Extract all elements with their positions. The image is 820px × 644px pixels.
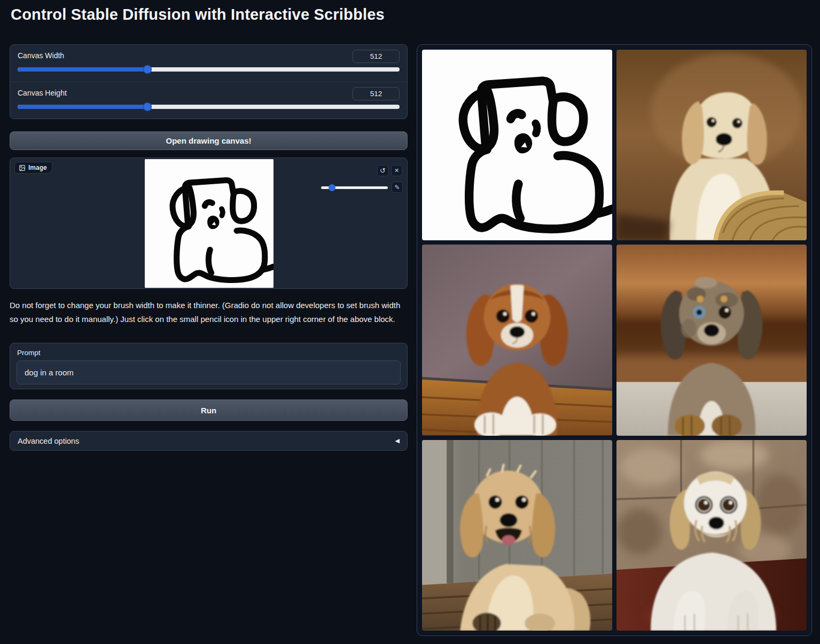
undo-icon: ↺ <box>380 167 386 174</box>
canvas-size-group: Canvas Width Canvas Height <box>10 44 408 119</box>
gallery-item[interactable] <box>422 440 612 631</box>
brush-size-slider[interactable] <box>321 186 388 189</box>
drawing-canvas[interactable] <box>145 159 274 288</box>
generated-dog-image-1 <box>616 50 807 240</box>
brush-settings-button[interactable]: ✎ <box>392 182 403 193</box>
canvas-height-slider[interactable] <box>18 105 400 109</box>
canvas-height-row: Canvas Height <box>10 82 407 119</box>
run-button[interactable]: Run <box>10 399 408 421</box>
close-icon: ✕ <box>394 168 399 174</box>
slider-fill <box>18 67 147 72</box>
gallery-item[interactable] <box>616 245 807 435</box>
canvas-width-slider[interactable] <box>18 67 400 72</box>
canvas-height-value[interactable] <box>353 87 400 100</box>
canvas-height-label: Canvas Height <box>18 89 67 97</box>
scribble-image <box>422 50 612 240</box>
slider-thumb[interactable] <box>143 103 152 111</box>
open-canvas-button[interactable]: Open drawing canvas! <box>10 131 408 150</box>
advanced-options-accordion[interactable]: Advanced options ◀ <box>10 431 408 451</box>
generated-dog-image-2 <box>422 245 612 435</box>
prompt-block: Prompt <box>10 343 408 389</box>
image-label: Image <box>28 164 47 171</box>
generated-dog-image-4 <box>422 440 612 631</box>
gallery-item[interactable] <box>616 50 807 240</box>
output-gallery <box>417 44 812 636</box>
canvas-width-value[interactable] <box>353 50 400 63</box>
scribble-image <box>145 159 274 288</box>
canvas-width-row: Canvas Width <box>10 45 407 82</box>
advanced-options-label: Advanced options <box>18 437 79 445</box>
slider-thumb[interactable] <box>143 65 152 74</box>
brush-note: Do not forget to change your brush width… <box>10 299 406 326</box>
generated-dog-image-5 <box>616 440 807 631</box>
brush-slider-thumb[interactable] <box>329 184 335 191</box>
page-title: Control Stable Diffusion with Interactiv… <box>11 6 385 23</box>
canvas-width-label: Canvas Width <box>18 51 64 60</box>
gallery-item-scribble[interactable] <box>422 50 612 240</box>
generated-dog-image-3 <box>616 245 807 435</box>
gallery-item[interactable] <box>616 440 807 631</box>
collapse-arrow-icon: ◀ <box>395 437 400 444</box>
image-icon <box>19 164 26 171</box>
undo-button[interactable]: ↺ <box>377 165 388 176</box>
pencil-icon: ✎ <box>394 184 400 191</box>
gallery-item[interactable] <box>422 245 612 435</box>
image-label-badge: Image <box>14 162 52 174</box>
slider-fill <box>18 105 147 109</box>
prompt-label: Prompt <box>17 349 41 357</box>
clear-button[interactable]: ✕ <box>391 165 402 176</box>
image-editor: Image ↺ ✕ ✎ <box>10 158 408 289</box>
prompt-input[interactable] <box>17 360 401 384</box>
